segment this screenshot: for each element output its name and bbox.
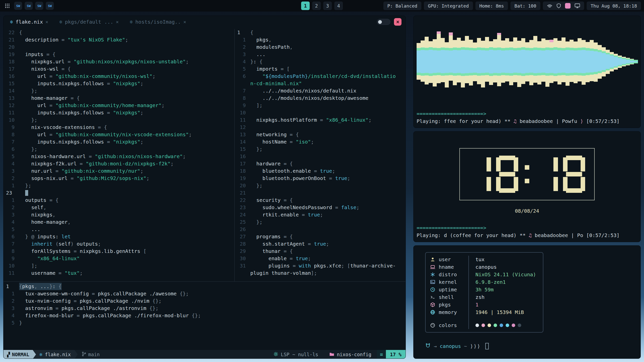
datetime-widget: Thu Aug 08, 18:18	[587, 2, 641, 10]
viz-column	[537, 20, 541, 103]
code-line: 1{pkgs, ...}: {	[4, 283, 406, 290]
tag-2[interactable]: 2	[312, 2, 321, 10]
tab-close-icon[interactable]: ×	[116, 19, 119, 25]
now-playing: Playing: d (coffee for your head) ** ♫ b…	[417, 232, 637, 238]
code-line: 1{	[235, 29, 406, 36]
lsp-status: LSP ~ null-ls	[268, 350, 324, 359]
wifi-icon[interactable]	[547, 4, 552, 8]
code-line: 10 ];	[4, 262, 234, 269]
user-icon	[430, 257, 436, 262]
code-text: hostName = "iso";	[250, 138, 314, 146]
palette-dot	[488, 324, 491, 327]
code-text: inputs.nixpkgs.follows = "nixpkgs";	[19, 80, 143, 87]
tab-close-icon[interactable]: ×	[45, 19, 48, 25]
taskbar-app-icon[interactable]: SW	[25, 2, 33, 10]
fetch-value: 1	[469, 302, 478, 308]
digital-clock	[459, 148, 595, 200]
top-bar: SW SW SW SW 1 2 3 4 P: Balanced GPU: Int…	[0, 0, 644, 12]
code-line: 2 self,	[4, 204, 234, 211]
code-line: 20 };	[235, 182, 406, 189]
code-line: 28 ssh.startAgent = true;	[235, 240, 406, 248]
taskbar-app-icon[interactable]: SW	[46, 2, 54, 10]
viz-column	[602, 20, 606, 103]
memory-icon	[430, 309, 436, 315]
tag-1[interactable]: 1	[301, 2, 310, 10]
tag-4[interactable]: 4	[334, 2, 343, 10]
line-number: 7	[235, 87, 250, 95]
terminal-cursor[interactable]	[485, 343, 489, 349]
line-number: 8	[4, 248, 19, 255]
taskbar-app-icon[interactable]: SW	[35, 2, 43, 10]
chevron-icon: ⟩	[580, 118, 583, 124]
tab-close-icon[interactable]: ×	[183, 19, 186, 25]
code-line: 2 tux-nvim-config = pkgs.callPackage ./n…	[4, 297, 406, 305]
line-number: 24	[235, 211, 250, 218]
fetch-label: colors	[439, 322, 457, 328]
display-icon[interactable]	[575, 3, 580, 8]
code-line: 3 nixpkgs,	[4, 211, 234, 218]
line-number: 6	[4, 233, 19, 240]
code-line: 5 imports = [	[235, 65, 406, 73]
code-line: 11 nixpkgs.hostPlatform = "x86_64-linux"…	[235, 116, 406, 124]
code-line: 7 inputs.nixpkgs.follows = "nixpkgs";	[4, 138, 234, 146]
code-text: firefox-mod-blur = pkgs.callPackage ./fi…	[19, 312, 201, 319]
nix-icon: ❄	[59, 19, 62, 25]
code-text: };	[250, 182, 262, 189]
code-line: 17 nixos-wsl = {	[4, 65, 234, 73]
line-number: 1	[4, 182, 19, 189]
code-line: 30 enable = true;	[235, 255, 406, 262]
tab-flake-nix[interactable]: ❄ flake.nix ×	[10, 19, 48, 25]
code-line: 4}: {	[235, 58, 406, 65]
fetch-row: shellzsh	[426, 293, 543, 301]
taskbar-app-icon[interactable]: SW	[14, 2, 22, 10]
system-fetch: usertuxhnamecanopusdistroNixOS 24.11 (Vi…	[425, 252, 543, 333]
line-number: 5	[235, 65, 250, 73]
fetch-row: usertux	[426, 256, 543, 263]
clock-digit	[563, 156, 585, 193]
viz-column	[570, 20, 574, 103]
line-number: 1	[4, 197, 19, 204]
editor-pane-flake[interactable]: 22{21 description = "tux's NixOS Flake";…	[4, 29, 234, 281]
code-text: security = {	[250, 197, 293, 204]
tab-hosts-isoimage[interactable]: ❄ hosts/isoImag.. ×	[130, 19, 186, 25]
code-line: 29 thunar = {	[235, 248, 406, 255]
line-number: 30	[235, 255, 250, 262]
tab-pkgs-default[interactable]: ❄ pkgs/default ... ×	[59, 19, 119, 25]
code-line: 18 bluetooth.enable = true;	[235, 167, 406, 175]
editor-pane-isoimage[interactable]: 1{1 pkgs,2 modulesPath,3 ...4}: {5 impor…	[235, 29, 406, 281]
screenshot-app-icon[interactable]	[565, 3, 571, 9]
song-title: d (coffee for your head) **	[444, 232, 529, 238]
code-text: {	[19, 29, 22, 36]
viz-column	[429, 20, 433, 103]
mode-icon: ▞	[7, 352, 10, 357]
code-line: 2 sops-nix.url = "github:Mic92/sops-nix"…	[4, 175, 234, 182]
code-line: 17 hardware = {	[235, 160, 406, 167]
viz-column	[421, 20, 425, 103]
code-line: 18 nixpkgs.url = "github:nixos/nixpkgs/n…	[4, 58, 234, 65]
code-text: enable = true;	[250, 255, 311, 262]
viz-column	[529, 20, 533, 103]
clock-colon	[523, 156, 531, 193]
git-branch: main	[78, 350, 104, 359]
clock-digit	[469, 156, 491, 193]
shield-icon[interactable]	[556, 3, 561, 8]
viz-column	[614, 20, 618, 103]
code-text: inputs = {	[19, 51, 56, 58]
viz-column	[453, 20, 457, 103]
app-launcher-icon[interactable]	[3, 2, 12, 10]
song-artist: beabadoobee | Powfu	[516, 118, 580, 124]
fetch-value: canopus	[469, 264, 497, 270]
cat-icon	[425, 343, 431, 349]
window-close-button[interactable]: ×	[394, 18, 401, 26]
viz-column	[586, 20, 590, 103]
tag-3[interactable]: 3	[323, 2, 332, 10]
terminal-prompt[interactable]: → canopus ~ ⟩⟩⟩	[425, 343, 640, 349]
code-text: rtkit.enable = true;	[250, 211, 323, 218]
viz-column	[561, 20, 566, 103]
code-text: }: {	[250, 58, 262, 65]
editor-pane-pkgs[interactable]: 1{pkgs, ...}: {1 tux-awesome-wm-config =…	[4, 281, 406, 350]
code-text: nur.url = "github:nix-community/nur";	[19, 167, 143, 175]
titlebar-toggle[interactable]	[377, 19, 390, 25]
code-line: 21	[235, 189, 406, 197]
line-number: 12	[4, 102, 19, 109]
